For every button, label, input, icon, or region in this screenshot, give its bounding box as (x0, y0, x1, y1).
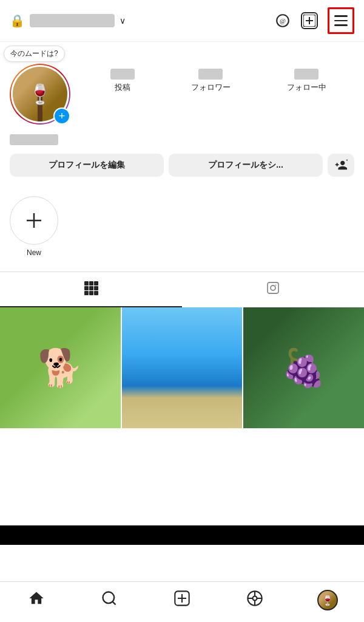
add-icon (174, 590, 190, 611)
svg-rect-13 (84, 291, 89, 295)
svg-line-19 (112, 601, 115, 604)
svg-rect-10 (84, 286, 89, 290)
sea-visual (122, 307, 243, 428)
nav-profile[interactable]: 🍷 (312, 588, 343, 612)
share-profile-button[interactable]: プロフィールをシ... (169, 154, 323, 177)
followers-label: フォロワー (191, 82, 231, 93)
add-friend-button[interactable]: + (328, 154, 354, 177)
photo-grid (0, 307, 364, 428)
new-story-button[interactable] (10, 196, 58, 245)
reels-icon (246, 590, 263, 611)
search-icon (101, 590, 118, 611)
followers-stat[interactable]: フォロワー (191, 69, 231, 93)
new-story-label: New (27, 248, 41, 257)
grid-item-grape[interactable] (243, 307, 364, 428)
tab-tagged[interactable] (182, 272, 364, 307)
action-buttons: プロフィールを編集 プロフィールをシ... + (10, 154, 354, 177)
svg-rect-8 (89, 281, 93, 285)
nav-add[interactable] (167, 588, 197, 612)
following-label: フォロー中 (287, 82, 326, 93)
svg-rect-9 (94, 281, 98, 285)
nav-search[interactable] (94, 588, 124, 612)
top-bar-left: 🔒 ∨ (10, 13, 126, 28)
profile-stats: 投稿 フォロワー フォロー中 (83, 69, 354, 93)
edit-profile-button[interactable]: プロフィールを編集 (10, 154, 164, 177)
posts-stat: 投稿 (110, 69, 135, 93)
display-name-blur (10, 134, 58, 145)
nav-home[interactable] (21, 588, 52, 612)
menu-line-1 (334, 15, 348, 17)
top-bar: 🔒 ∨ @ (0, 0, 364, 42)
profile-avatar-icon: 🍷 (317, 590, 338, 610)
grid-item-dog[interactable] (0, 307, 121, 428)
content-tabs (0, 272, 364, 307)
followers-count-blur (198, 69, 223, 80)
story-highlights: New (0, 191, 364, 272)
black-bar (0, 525, 364, 545)
tab-grid[interactable] (0, 272, 182, 307)
hamburger-menu-icon[interactable] (328, 7, 354, 34)
bottom-nav: 🍷 (0, 581, 364, 622)
svg-text:+: + (346, 159, 348, 163)
grid-item-sea[interactable] (122, 307, 243, 428)
posts-label: 投稿 (115, 82, 130, 93)
posts-count-blur (110, 69, 135, 80)
svg-rect-11 (89, 286, 93, 290)
threads-icon[interactable]: @ (274, 12, 291, 29)
svg-point-17 (271, 285, 275, 290)
top-bar-right: @ (274, 7, 354, 34)
svg-text:@: @ (280, 17, 286, 24)
svg-rect-16 (268, 282, 278, 293)
tagged-icon (266, 281, 280, 299)
grid-icon (84, 281, 98, 299)
chevron-down-icon[interactable]: ∨ (120, 16, 126, 26)
avatar-container: 今のムードは? + (10, 52, 70, 125)
svg-point-18 (103, 592, 115, 603)
username-blur (30, 14, 115, 27)
add-post-icon[interactable] (301, 12, 318, 29)
svg-rect-15 (94, 291, 98, 295)
lock-icon: 🔒 (10, 13, 25, 28)
home-icon (28, 590, 45, 611)
mood-bubble[interactable]: 今のムードは? (4, 46, 65, 62)
menu-line-2 (334, 20, 348, 22)
svg-point-24 (253, 596, 257, 600)
profile-section: 今のムードは? + 投稿 フォロワー フォロー中 プロフ (0, 42, 364, 177)
menu-line-3 (334, 24, 348, 26)
svg-rect-12 (94, 286, 98, 290)
svg-rect-7 (84, 281, 89, 285)
profile-header: 今のムードは? + 投稿 フォロワー フォロー中 (10, 52, 354, 125)
nav-reels[interactable] (240, 588, 270, 612)
add-story-button[interactable]: + (53, 108, 70, 125)
svg-rect-14 (89, 291, 93, 295)
new-story: New (10, 196, 58, 257)
following-count-blur (294, 69, 318, 80)
following-stat[interactable]: フォロー中 (287, 69, 326, 93)
